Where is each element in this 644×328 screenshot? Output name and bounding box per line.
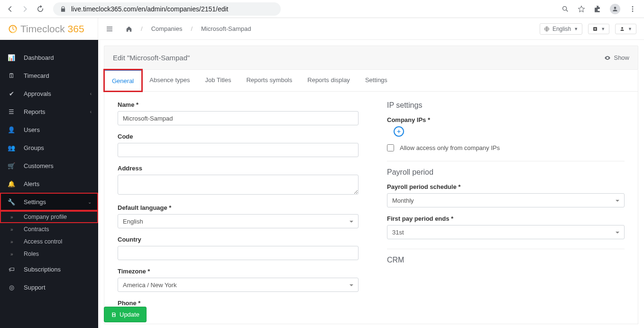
plus-square-icon [592, 26, 598, 32]
language-selector[interactable]: English▼ [540, 23, 582, 35]
sidebar-item-reports[interactable]: ☰Reports‹ [0, 103, 98, 121]
reload-icon[interactable] [36, 5, 45, 13]
sidebar-item-groups[interactable]: 👥Groups [0, 139, 98, 157]
star-icon[interactable] [578, 5, 585, 13]
sidebar-item-users[interactable]: 👤Users [0, 121, 98, 139]
tab-job-titles[interactable]: Job Titles [198, 70, 239, 91]
tab-reports-display[interactable]: Reports display [300, 70, 358, 91]
sidebar-sub-label: Contracts [24, 226, 49, 233]
sidebar-label: Settings [24, 198, 46, 206]
sidebar-label: Dashboard [24, 54, 54, 61]
sidebar-label: Approvals [24, 90, 51, 97]
sidebar-label: Timecard [24, 72, 49, 79]
user-menu[interactable]: ▼ [615, 24, 636, 34]
sidebar-item-alerts[interactable]: 🔔Alerts [0, 175, 98, 193]
default-language-label: Default language * [118, 204, 374, 211]
show-label: Show [614, 54, 629, 61]
user-icon [619, 26, 625, 32]
code-input[interactable] [118, 143, 359, 157]
browser-toolbar: live.timeclock365.com/en/admin/companies… [0, 0, 644, 18]
payroll-schedule-label: Payroll period schedule * [387, 183, 625, 190]
sidebar-item-timecard[interactable]: 🗓Timecard [0, 66, 98, 84]
tab-general[interactable]: General [104, 70, 142, 91]
sidebar-item-support[interactable]: ◎Support [0, 278, 98, 296]
page-header: Edit "Microsoft-Sampad" Show [104, 46, 638, 70]
sidebar-sub-contracts[interactable]: »Contracts [0, 223, 98, 235]
country-label: Country [118, 236, 374, 243]
chevron-right-icon: » [10, 252, 15, 257]
tag-icon: 🏷 [8, 265, 15, 273]
country-input[interactable] [118, 246, 359, 260]
chevron-right-icon: » [10, 239, 15, 244]
add-ip-button[interactable] [394, 126, 404, 137]
save-icon [111, 312, 117, 318]
company-ips-label: Company IPs * [387, 116, 625, 123]
home-icon[interactable] [126, 26, 132, 32]
extensions-icon[interactable] [594, 5, 601, 13]
search-icon[interactable] [561, 5, 569, 13]
bell-icon: 🔔 [8, 180, 15, 187]
timezone-label: Timezone * [118, 268, 374, 275]
allow-company-ips-checkbox[interactable] [387, 144, 394, 151]
sidebar-item-approvals[interactable]: ✔Approvals‹ [0, 84, 98, 103]
calendar-icon: 🗓 [8, 72, 15, 79]
select-value: 31st [392, 229, 404, 236]
cart-icon: 🛒 [8, 162, 15, 169]
sidebar-item-customers[interactable]: 🛒Customers [0, 157, 98, 175]
topbar: / Companies / Microsoft-Sampad English▼ … [98, 18, 644, 40]
sidebar-item-settings[interactable]: 🔧Settings⌄ [0, 193, 98, 211]
tab-reports-symbols[interactable]: Reports symbols [239, 70, 300, 91]
back-icon[interactable] [6, 5, 14, 13]
add-menu[interactable]: ▼ [588, 24, 609, 34]
lock-icon [60, 6, 66, 12]
address-input[interactable] [118, 175, 359, 195]
svg-point-0 [563, 6, 567, 10]
update-button[interactable]: Update [104, 307, 147, 322]
sidebar-sub-roles[interactable]: »Roles [0, 248, 98, 260]
tab-settings[interactable]: Settings [358, 70, 395, 91]
logo-text: Timeclock 365 [20, 23, 84, 35]
users-icon: 👥 [8, 144, 15, 151]
default-language-select[interactable]: English [118, 214, 359, 228]
chevron-right-icon: » [10, 227, 15, 232]
breadcrumb-companies[interactable]: Companies [151, 25, 183, 32]
update-label: Update [120, 311, 139, 318]
breadcrumb-separator: / [191, 25, 193, 32]
breadcrumb: / Companies / Microsoft-Sampad [126, 25, 251, 32]
sidebar-item-dashboard[interactable]: 📊Dashboard [0, 48, 98, 66]
chevron-left-icon: ‹ [90, 91, 92, 96]
sidebar-sub-access-control[interactable]: »Access control [0, 235, 98, 248]
name-label: Name * [118, 101, 374, 108]
sidebar-sub-label: Access control [24, 238, 62, 245]
select-value: English [123, 218, 143, 225]
sidebar-sub-company-profile[interactable]: »Company profile [0, 211, 98, 223]
sidebar: Timeclock 365 📊Dashboard 🗓Timecard ✔Appr… [0, 18, 98, 328]
sidebar-label: Alerts [24, 180, 39, 187]
code-label: Code [118, 133, 374, 140]
phone-label: Phone * [118, 300, 374, 307]
ip-settings-heading: IP settings [387, 101, 625, 110]
tabs: General Absence types Job Titles Reports… [104, 70, 638, 92]
payroll-schedule-select[interactable]: Monthly [387, 193, 625, 207]
kebab-icon[interactable] [629, 5, 636, 13]
app-logo[interactable]: Timeclock 365 [0, 18, 98, 40]
wrench-icon: 🔧 [8, 198, 15, 206]
menu-toggle-icon[interactable] [106, 25, 113, 33]
eye-icon [604, 55, 611, 61]
name-input[interactable] [118, 111, 359, 125]
sidebar-item-subscriptions[interactable]: 🏷Subscriptions [0, 260, 98, 278]
forward-icon[interactable] [21, 5, 29, 13]
address-bar[interactable]: live.timeclock365.com/en/admin/companies… [53, 2, 281, 16]
profile-avatar[interactable] [610, 4, 620, 14]
show-button[interactable]: Show [604, 54, 629, 61]
chevron-right-icon: » [10, 215, 15, 220]
timezone-select[interactable]: America / New York [118, 278, 359, 292]
sidebar-sub-label: Roles [24, 251, 39, 257]
first-pay-period-select[interactable]: 31st [387, 225, 625, 239]
sidebar-label: Subscriptions [24, 266, 61, 273]
tab-absence-types[interactable]: Absence types [142, 70, 197, 91]
sidebar-sub-label: Company profile [24, 214, 67, 220]
svg-point-1 [632, 6, 634, 8]
dashboard-icon: 📊 [8, 54, 15, 61]
main-content: / Companies / Microsoft-Sampad English▼ … [98, 18, 644, 328]
